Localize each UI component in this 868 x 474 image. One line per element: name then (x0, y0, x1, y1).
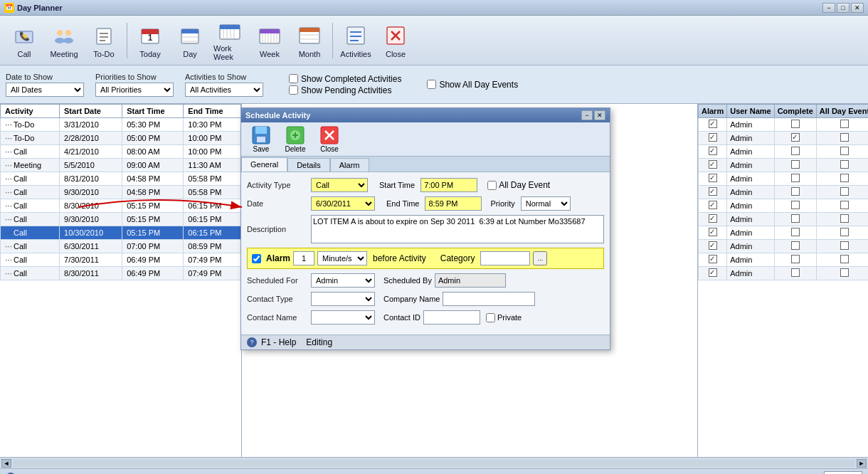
date-select[interactable]: 6/30/2011 (311, 196, 375, 211)
activity-type-select[interactable]: CallMeetingTo-Do (311, 178, 368, 192)
col-alarm[interactable]: Alarm (699, 105, 727, 118)
toolbar-week-label: Week (260, 50, 280, 58)
all-day-cell (816, 186, 868, 199)
contact-name-select[interactable] (311, 310, 375, 325)
dialog-close-tool-button[interactable]: Close (314, 125, 345, 153)
toolbar-todo-button[interactable]: To-Do (85, 19, 122, 62)
toolbar-workweek-button[interactable]: Work Week (211, 19, 248, 62)
start-time-input[interactable] (420, 178, 477, 192)
minimize-button[interactable]: − (822, 3, 835, 13)
complete-cell (774, 186, 816, 199)
contact-type-select[interactable] (311, 292, 375, 306)
priority-select[interactable]: NormalHighLow (521, 196, 571, 211)
right-table-row[interactable]: Admin (699, 172, 869, 186)
category-input[interactable] (480, 251, 530, 265)
end-time-input[interactable] (425, 196, 482, 211)
contact-id-input[interactable] (423, 310, 480, 325)
col-start-date[interactable]: Start Date (60, 105, 122, 118)
col-all-day-event[interactable]: All Day Event (816, 105, 868, 118)
show-completed-checkbox[interactable] (289, 74, 298, 83)
complete-cell (774, 253, 816, 267)
right-table-row[interactable]: Admin Cut off for tr (699, 118, 869, 132)
svg-rect-15 (181, 29, 199, 33)
col-complete[interactable]: Complete (774, 105, 816, 118)
help-icon: ? (247, 337, 257, 347)
contact-name-label: Contact Name (247, 313, 311, 322)
svg-text:1: 1 (148, 33, 153, 43)
col-start-time[interactable]: Start Time (122, 105, 184, 118)
right-table-row[interactable]: Admin (699, 145, 869, 159)
dialog-delete-button[interactable]: Delete (280, 125, 311, 153)
toolbar-week-button[interactable]: Week (251, 19, 288, 62)
complete-cell (774, 240, 816, 253)
toolbar-close-button[interactable]: Close (377, 19, 414, 62)
right-table-row[interactable]: Admin (699, 226, 869, 240)
right-table-row[interactable]: Admin (699, 199, 869, 213)
table-row[interactable]: ···Meeting 5/5/2010 09:00 AM 11:30 AM (1, 159, 241, 172)
dialog-minimize-button[interactable]: − (581, 110, 593, 120)
restore-button[interactable]: □ (837, 3, 850, 13)
scheduled-for-select[interactable]: Admin (311, 273, 375, 288)
show-all-day-checkbox[interactable] (427, 80, 436, 89)
priority-filter-select[interactable]: All Priorities (95, 83, 174, 97)
alarm-checkbox[interactable] (252, 254, 261, 263)
right-table-row[interactable]: Admin (699, 213, 869, 226)
right-panel: Alarm User Name Complete All Day Event N… (697, 104, 868, 457)
date-filter-select[interactable]: All Dates (6, 83, 84, 97)
scroll-track[interactable] (13, 460, 855, 467)
tab-general[interactable]: General (241, 157, 287, 172)
col-user-name[interactable]: User Name (727, 105, 774, 118)
table-row[interactable]: ···Call 8/31/2010 04:58 PM 05:58 PM (1, 172, 241, 186)
right-table-row[interactable]: Admin (699, 267, 869, 280)
alarm-unit-select[interactable]: Minute/sHour/sDay/s (317, 251, 367, 265)
category-picker-button[interactable]: ... (533, 251, 547, 265)
alarm-cell (699, 213, 727, 226)
toolbar-day-button[interactable]: Day (171, 19, 208, 62)
cell-activity: ···Call (1, 226, 60, 240)
toolbar-call-button[interactable]: 📞 Call (6, 19, 43, 62)
right-table-row[interactable]: Admin (699, 186, 869, 199)
private-checkbox[interactable] (486, 313, 495, 322)
tab-details[interactable]: Details (287, 158, 330, 172)
cell-start-time: 05:15 PM (122, 199, 184, 213)
show-pending-checkbox[interactable] (289, 85, 298, 95)
app-close-button[interactable]: ✕ (851, 3, 864, 13)
toolbar-month-button[interactable]: Month (291, 19, 328, 62)
company-name-input[interactable] (443, 292, 535, 306)
activities-filter-select[interactable]: All Activities (185, 83, 263, 97)
table-row[interactable]: ···Call 9/30/2010 04:58 PM 05:58 PM (1, 186, 241, 199)
dialog-close-button[interactable]: ✕ (594, 110, 605, 120)
right-table-row[interactable]: Admin (699, 240, 869, 253)
table-row[interactable]: ···Call 10/30/2010 05:15 PM 06:15 PM (1, 226, 241, 240)
table-row[interactable]: ···Call 8/30/2011 06:49 PM 07:49 PM (1, 267, 241, 280)
dialog-save-button[interactable]: Save (245, 125, 277, 153)
table-row[interactable]: ···Call 7/30/2011 06:49 PM 07:49 PM (1, 253, 241, 267)
table-row[interactable]: ···Call 8/30/2010 05:15 PM 06:15 PM (1, 199, 241, 213)
all-day-event-checkbox[interactable] (487, 181, 497, 190)
scroll-right-button[interactable]: ► (857, 459, 867, 468)
description-textarea[interactable]: LOT ITEM A is about to expire on Sep 30 … (311, 215, 604, 243)
user-select[interactable]: Admin (824, 471, 862, 475)
toolbar-activities-button[interactable]: Activities (337, 19, 374, 62)
col-end-time[interactable]: End Time (184, 105, 241, 118)
table-row[interactable]: ···Call 4/21/2010 08:00 AM 10:00 PM (1, 145, 241, 159)
right-table-row[interactable]: Admin (699, 253, 869, 267)
alarm-value-input[interactable] (293, 251, 314, 265)
cell-start-date: 8/30/2011 (60, 267, 122, 280)
table-row[interactable]: ···Call 9/30/2010 05:15 PM 06:15 PM (1, 213, 241, 226)
tab-alarm[interactable]: Alarm (330, 158, 369, 172)
schedule-activity-dialog[interactable]: Schedule Activity − ✕ Save (240, 107, 610, 350)
toolbar-meeting-button[interactable]: Meeting (46, 19, 83, 62)
table-row[interactable]: ···To-Do 2/28/2010 05:00 PM 10:00 PM (1, 132, 241, 145)
right-table-row[interactable]: Admin Cut off for tr (699, 132, 869, 145)
scroll-left-button[interactable]: ◄ (1, 459, 11, 468)
username-cell: Admin (727, 186, 774, 199)
toolbar-today-button[interactable]: 1 Today (132, 19, 169, 62)
horizontal-scrollbar[interactable]: ◄ ► (0, 457, 868, 468)
right-table-row[interactable]: Admin (699, 159, 869, 172)
cell-end-time: 10:00 PM (184, 132, 241, 145)
date-label: Date (247, 199, 311, 208)
table-row[interactable]: ···To-Do 3/31/2010 05:30 PM 10:30 PM (1, 118, 241, 132)
table-row[interactable]: ···Call 6/30/2011 07:00 PM 08:59 PM (1, 240, 241, 253)
col-activity[interactable]: Activity (1, 105, 60, 118)
